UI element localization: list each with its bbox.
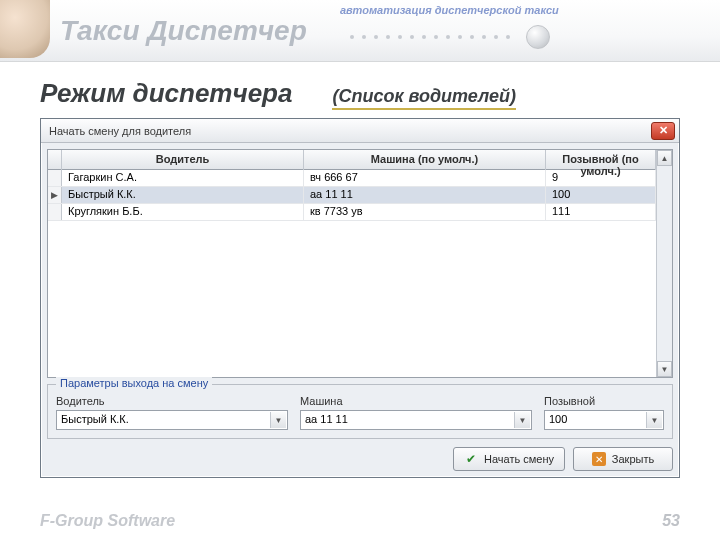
callsign-label: Позывной xyxy=(544,395,664,407)
cell-callsign: 9 xyxy=(546,170,656,186)
cell-car: кв 7733 ув xyxy=(304,204,546,220)
drivers-grid[interactable]: Водитель Машина (по умолч.) Позывной (по… xyxy=(47,149,673,378)
slide-footer: F-Group Software 53 xyxy=(40,512,680,530)
cell-driver: Быстрый К.К. xyxy=(62,187,304,203)
shift-params-group: Параметры выхода на смену Водитель Быстр… xyxy=(47,384,673,439)
start-shift-label: Начать смену xyxy=(484,453,554,465)
driver-value: Быстрый К.К. xyxy=(61,413,129,425)
group-title: Параметры выхода на смену xyxy=(56,377,212,389)
chevron-down-icon[interactable]: ▼ xyxy=(646,412,662,428)
cell-driver: Круглякин Б.Б. xyxy=(62,204,304,220)
page-heading: Режим диспетчера xyxy=(40,78,292,109)
row-marker xyxy=(48,170,62,186)
dialog-titlebar[interactable]: Начать смену для водителя ✕ xyxy=(41,119,679,143)
decorative-dots xyxy=(350,22,550,52)
orb-icon xyxy=(526,25,550,49)
row-marker-current-icon: ▶ xyxy=(48,187,62,203)
start-shift-button[interactable]: ✔ Начать смену xyxy=(453,447,565,471)
cell-callsign: 100 xyxy=(546,187,656,203)
close-button[interactable]: ✕ xyxy=(651,122,675,140)
table-row[interactable]: ▶ Быстрый К.К. аа 11 11 100 xyxy=(48,187,656,204)
cell-callsign: 111 xyxy=(546,204,656,220)
grid-header: Водитель Машина (по умолч.) Позывной (по… xyxy=(48,150,656,170)
callsign-value: 100 xyxy=(549,413,567,425)
driver-field: Водитель Быстрый К.К. ▼ xyxy=(56,395,288,430)
callsign-combobox[interactable]: 100 ▼ xyxy=(544,410,664,430)
brand-tagline: автоматизация диспетчерской такси xyxy=(340,4,559,16)
callsign-field: Позывной 100 ▼ xyxy=(544,395,664,430)
driver-label: Водитель xyxy=(56,395,288,407)
dialog-buttons: ✔ Начать смену ✕ Закрыть xyxy=(47,445,673,471)
brand-title: Такси Диспетчер xyxy=(60,15,307,47)
close-icon: ✕ xyxy=(659,124,668,137)
car-value: аа 11 11 xyxy=(305,413,348,425)
close-dialog-button[interactable]: ✕ Закрыть xyxy=(573,447,673,471)
chevron-down-icon[interactable]: ▼ xyxy=(514,412,530,428)
cell-car: вч 666 67 xyxy=(304,170,546,186)
check-icon: ✔ xyxy=(464,452,478,466)
vendor-label: F-Group Software xyxy=(40,512,175,530)
scroll-up-icon[interactable]: ▲ xyxy=(657,150,672,166)
table-row[interactable]: Круглякин Б.Б. кв 7733 ув 111 xyxy=(48,204,656,221)
car-label: Машина xyxy=(300,395,532,407)
cell-car: аа 11 11 xyxy=(304,187,546,203)
operator-avatar xyxy=(0,0,50,58)
page-subheading: (Список водителей) xyxy=(332,86,516,110)
close-dialog-label: Закрыть xyxy=(612,453,654,465)
scroll-down-icon[interactable]: ▼ xyxy=(657,361,672,377)
car-combobox[interactable]: аа 11 11 ▼ xyxy=(300,410,532,430)
vertical-scrollbar[interactable]: ▲ ▼ xyxy=(656,150,672,377)
x-icon: ✕ xyxy=(592,452,606,466)
chevron-down-icon[interactable]: ▼ xyxy=(270,412,286,428)
row-marker xyxy=(48,204,62,220)
start-shift-dialog: Начать смену для водителя ✕ Водитель Маш… xyxy=(40,118,680,478)
cell-driver: Гагаркин С.А. xyxy=(62,170,304,186)
car-field: Машина аа 11 11 ▼ xyxy=(300,395,532,430)
app-header: Такси Диспетчер автоматизация диспетчерс… xyxy=(0,0,720,62)
driver-combobox[interactable]: Быстрый К.К. ▼ xyxy=(56,410,288,430)
dialog-title: Начать смену для водителя xyxy=(49,125,191,137)
table-row[interactable]: Гагаркин С.А. вч 666 67 9 xyxy=(48,170,656,187)
page-number: 53 xyxy=(662,512,680,530)
